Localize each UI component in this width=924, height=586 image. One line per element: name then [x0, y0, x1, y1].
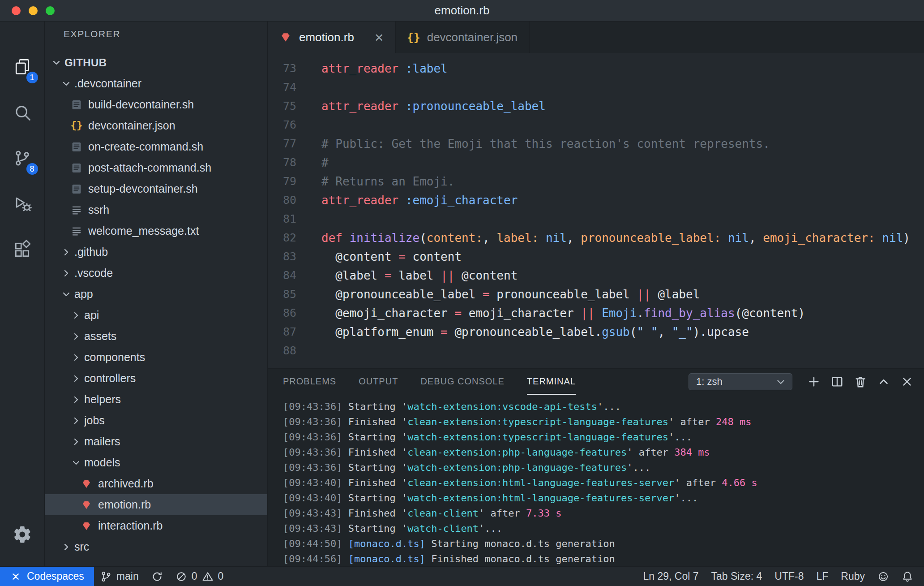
- close-panel-button[interactable]: [898, 373, 916, 391]
- title-bar: emotion.rb: [0, 0, 924, 22]
- warning-count: 0: [218, 570, 224, 582]
- ruby-file-icon: [279, 31, 292, 43]
- language-mode-item[interactable]: Ruby: [834, 567, 871, 586]
- folder-.vscode[interactable]: .vscode: [45, 263, 267, 284]
- explorer-sidebar: EXPLORER GITHUB.devcontainerbuild-devcon…: [45, 22, 268, 566]
- code-line: 77# Public: Get the Emoji that this reac…: [268, 134, 924, 153]
- folder-.devcontainer[interactable]: .devcontainer: [45, 73, 267, 94]
- editor-tab-emotion.rb[interactable]: emotion.rb×: [268, 22, 396, 53]
- file-devcontainer.json[interactable]: {}devcontainer.json: [45, 115, 267, 136]
- cursor-position-item[interactable]: Ln 29, Col 7: [637, 567, 705, 586]
- encoding-item[interactable]: UTF-8: [768, 567, 810, 586]
- terminal-line: [09:43:36] Finished 'clean-extension:php…: [283, 445, 924, 460]
- sync-status-item[interactable]: [145, 567, 169, 586]
- file-welcome-message.txt[interactable]: welcome_message.txt: [45, 220, 267, 241]
- folder-models[interactable]: models: [45, 452, 267, 473]
- code-line: 83 @content = content: [268, 247, 924, 266]
- file-build-devcontainer.sh[interactable]: build-devcontainer.sh: [45, 94, 267, 115]
- code-line-text: @platform_enum = @pronounceable_label.gs…: [321, 323, 924, 341]
- editor-group: emotion.rb×{}devcontainer.json 73attr_re…: [268, 22, 924, 566]
- folder-helpers[interactable]: helpers: [45, 389, 267, 410]
- chevron-down-icon: [71, 457, 81, 468]
- line-number: 84: [268, 266, 321, 285]
- folder-mailers[interactable]: mailers: [45, 431, 267, 452]
- code-line-text: [321, 210, 924, 228]
- panel-tab-terminal[interactable]: TERMINAL: [527, 369, 576, 395]
- close-window-button[interactable]: [12, 6, 21, 15]
- folder-.github[interactable]: .github: [45, 241, 267, 263]
- minimize-window-button[interactable]: [29, 6, 38, 15]
- chevron-down-icon: [61, 78, 72, 89]
- split-terminal-button[interactable]: [828, 373, 846, 391]
- maximize-panel-button[interactable]: [875, 373, 893, 391]
- eol-item[interactable]: LF: [810, 567, 834, 586]
- ruby-file-icon: [81, 499, 92, 511]
- tree-item-label: helpers: [84, 393, 121, 406]
- panel-tab-problems[interactable]: PROBLEMS: [283, 369, 336, 395]
- code-line: 75attr_reader :pronounceable_label: [268, 97, 924, 116]
- chevron-right-icon: [71, 436, 81, 447]
- folder-controllers[interactable]: controllers: [45, 368, 267, 389]
- panel-tab-debug-console[interactable]: DEBUG CONSOLE: [420, 369, 504, 395]
- zoom-window-button[interactable]: [46, 6, 55, 15]
- close-icon: [900, 375, 914, 388]
- file-setup-devcontainer.sh[interactable]: setup-devcontainer.sh: [45, 178, 267, 199]
- line-number: 88: [268, 341, 321, 360]
- file-tree: GITHUB.devcontainerbuild-devcontainer.sh…: [45, 52, 267, 557]
- run-debug-activity-button[interactable]: [0, 181, 45, 227]
- code-area[interactable]: 73attr_reader :label7475attr_reader :pro…: [268, 53, 924, 368]
- tab-size-item[interactable]: Tab Size: 4: [705, 567, 768, 586]
- file-archived.rb[interactable]: archived.rb: [45, 473, 267, 494]
- tree-item-label: controllers: [84, 372, 136, 385]
- terminal-line: [09:43:43] Starting 'watch-client'...: [283, 521, 924, 536]
- close-tab-icon[interactable]: ×: [375, 30, 384, 45]
- code-line-text: [321, 341, 924, 360]
- file-interaction.rb[interactable]: interaction.rb: [45, 515, 267, 536]
- main-area: 1 8: [0, 22, 924, 566]
- feedback-status-item[interactable]: [871, 567, 895, 586]
- code-line: 84 @label = label || @content: [268, 266, 924, 285]
- panel-tab-output[interactable]: OUTPUT: [359, 369, 398, 395]
- source-control-badge: 8: [26, 162, 39, 176]
- code-line: 78#: [268, 153, 924, 172]
- tree-item-label: build-devcontainer.sh: [88, 98, 194, 111]
- folder-components[interactable]: components: [45, 347, 267, 368]
- tree-item-label: jobs: [84, 414, 105, 427]
- problems-status-item[interactable]: 0 0: [169, 567, 230, 586]
- settings-button[interactable]: [0, 512, 45, 557]
- branch-status-item[interactable]: main: [94, 567, 145, 586]
- terminal-shell-dropdown[interactable]: 1: zsh: [689, 373, 792, 390]
- folder-api[interactable]: api: [45, 305, 267, 326]
- line-number: 80: [268, 191, 321, 210]
- folder-GITHUB[interactable]: GITHUB: [45, 52, 267, 73]
- terminal-output[interactable]: [09:43:36] Starting 'watch-extension:vsc…: [268, 395, 924, 566]
- explorer-activity-button[interactable]: 1: [0, 44, 45, 90]
- folder-jobs[interactable]: jobs: [45, 410, 267, 431]
- extensions-activity-button[interactable]: [0, 227, 45, 272]
- codespaces-label: Codespaces: [27, 570, 84, 582]
- notifications-status-item[interactable]: [895, 567, 920, 586]
- line-number: 82: [268, 228, 321, 247]
- folder-assets[interactable]: assets: [45, 326, 267, 347]
- folder-app[interactable]: app: [45, 284, 267, 305]
- line-number: 79: [268, 172, 321, 191]
- search-activity-button[interactable]: [0, 90, 45, 135]
- panel-actions: 1: zsh: [689, 369, 916, 395]
- source-control-activity-button[interactable]: 8: [0, 135, 45, 181]
- ruby-file-icon: [81, 478, 92, 490]
- code-line: 74: [268, 78, 924, 97]
- new-terminal-button[interactable]: [805, 373, 823, 391]
- tree-item-label: .vscode: [74, 267, 113, 280]
- editor-tab-devcontainer.json[interactable]: {}devcontainer.json: [396, 22, 530, 53]
- errors-icon: [175, 571, 187, 582]
- file-on-create-command.sh[interactable]: on-create-command.sh: [45, 136, 267, 157]
- folder-src[interactable]: src: [45, 536, 267, 557]
- file-ssrh[interactable]: ssrh: [45, 199, 267, 220]
- codespaces-remote-item[interactable]: Codespaces: [0, 567, 94, 586]
- file-emotion.rb[interactable]: emotion.rb: [45, 494, 267, 515]
- line-number: 86: [268, 304, 321, 323]
- file-post-attach-command.sh[interactable]: post-attach-command.sh: [45, 157, 267, 178]
- chevron-right-icon: [61, 268, 72, 279]
- kill-terminal-button[interactable]: [851, 373, 869, 391]
- ruby-file-icon: [81, 520, 92, 532]
